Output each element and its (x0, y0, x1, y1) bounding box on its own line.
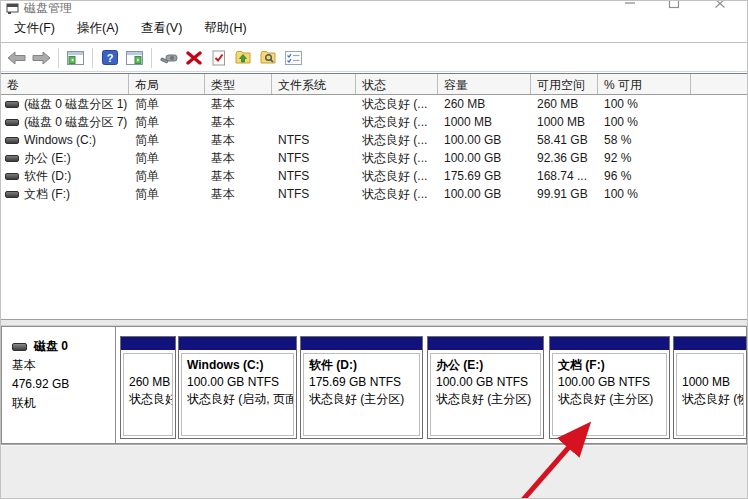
volume-layout: 简单 (129, 132, 205, 149)
table-row[interactable]: 办公 (E:) 简单 基本 NTFS 状态良好 (... 100.00 GB 9… (1, 149, 747, 167)
column-layout[interactable]: 布局 (129, 74, 205, 94)
partition-size: 1000 MB (682, 374, 738, 391)
partition-software-d[interactable]: 软件 (D:) 175.69 GB NTFS 状态良好 (主分区) (300, 336, 423, 439)
table-row[interactable]: 文档 (F:) 简单 基本 NTFS 状态良好 (... 100.00 GB 9… (1, 185, 747, 203)
volume-layout: 简单 (129, 186, 205, 203)
volume-capacity: 1000 MB (438, 115, 531, 129)
partition-title (682, 357, 738, 374)
column-fs[interactable]: 文件系统 (272, 74, 356, 94)
partition-status: 状态良好 (主分区) (436, 391, 535, 408)
delete-volume-icon[interactable] (181, 46, 206, 69)
disk-management-window: 磁盘管理 文件(F) 操作(A) 查看(V) 帮助(H) (0, 0, 748, 499)
disk-0-row: 磁盘 0 基本 476.92 GB 联机 260 MB 状态良好 Windows… (1, 326, 747, 444)
volume-pct: 96 % (598, 169, 691, 183)
folder-search-icon[interactable] (256, 46, 281, 69)
app-icon (6, 3, 19, 14)
volume-pct: 58 % (598, 133, 691, 147)
volume-fs: NTFS (272, 133, 356, 147)
partition-size: 100.00 GB NTFS (558, 374, 661, 391)
partition-size: 100.00 GB NTFS (187, 374, 288, 391)
volume-fs: NTFS (272, 169, 356, 183)
toolbar: ? (1, 44, 747, 72)
back-icon[interactable] (4, 46, 29, 69)
title-bar: 磁盘管理 (1, 1, 747, 15)
partition-status: 状态良好 (启动, 页面文件, 主分区) (187, 391, 288, 408)
volume-list: 卷 布局 类型 文件系统 状态 容量 可用空间 % 可用 (磁盘 0 磁盘分区 … (1, 73, 747, 321)
column-pct[interactable]: % 可用 (598, 74, 691, 94)
volume-fs: NTFS (272, 151, 356, 165)
partition-recovery[interactable]: 1000 MB 状态良好 (恢复分区) (673, 336, 747, 439)
volume-capacity: 100.00 GB (438, 133, 531, 147)
partition-efi[interactable]: 260 MB 状态良好 (120, 336, 176, 439)
volume-layout: 简单 (129, 96, 205, 113)
volume-pct: 92 % (598, 151, 691, 165)
volume-name: Windows (C:) (24, 133, 96, 147)
volume-status: 状态良好 (... (356, 150, 438, 167)
volume-layout: 简单 (129, 114, 205, 131)
volume-type: 基本 (205, 186, 272, 203)
toolbar-separator (92, 48, 93, 68)
volume-type: 基本 (205, 150, 272, 167)
volume-icon (5, 137, 19, 144)
volume-type: 基本 (205, 96, 272, 113)
minimize-button[interactable] (615, 0, 645, 14)
volume-pct: 100 % (598, 187, 691, 201)
column-status[interactable]: 状态 (356, 74, 438, 94)
partition-status: 状态良好 (129, 391, 167, 408)
volume-type: 基本 (205, 132, 272, 149)
volume-pct: 100 % (598, 97, 691, 111)
check-doc-icon[interactable] (206, 46, 231, 69)
volume-name: 软件 (D:) (24, 168, 71, 185)
volume-free: 92.36 GB (531, 151, 598, 165)
column-filler (691, 74, 747, 94)
forward-icon[interactable] (29, 46, 54, 69)
partition-color-bar (674, 337, 746, 350)
volume-icon (5, 155, 19, 162)
close-button[interactable] (705, 0, 735, 14)
volume-status: 状态良好 (... (356, 96, 438, 113)
table-row[interactable]: (磁盘 0 磁盘分区 7) 简单 基本 状态良好 (... 1000 MB 10… (1, 113, 747, 131)
partition-status: 状态良好 (主分区) (558, 391, 661, 408)
toolbar-separator (151, 48, 152, 68)
menu-help[interactable]: 帮助(H) (193, 16, 257, 41)
disk-0-header[interactable]: 磁盘 0 基本 476.92 GB 联机 (2, 327, 116, 443)
volume-icon (5, 191, 19, 198)
volume-icon (5, 101, 19, 108)
partition-color-bar (121, 337, 175, 350)
partition-title (129, 357, 167, 374)
partition-docs-f[interactable]: 文档 (F:) 100.00 GB NTFS 状态良好 (主分区) (549, 336, 670, 439)
console-background (1, 444, 747, 498)
volume-capacity: 260 MB (438, 97, 531, 111)
menu-view[interactable]: 查看(V) (130, 16, 194, 41)
menu-action[interactable]: 操作(A) (66, 16, 130, 41)
disk-0-graphic: 260 MB 状态良好 Windows (C:) 100.00 GB NTFS … (117, 327, 746, 443)
folder-up-icon[interactable] (231, 46, 256, 69)
table-row[interactable]: 软件 (D:) 简单 基本 NTFS 状态良好 (... 175.69 GB 1… (1, 167, 747, 185)
disk-icon (12, 343, 27, 351)
volume-icon (5, 173, 19, 180)
table-row[interactable]: (磁盘 0 磁盘分区 1) 简单 基本 状态良好 (... 260 MB 260… (1, 95, 747, 113)
window-controls (607, 0, 747, 14)
column-free[interactable]: 可用空间 (531, 74, 598, 94)
maximize-button[interactable] (659, 0, 689, 14)
volume-type: 基本 (205, 168, 272, 185)
table-row[interactable]: Windows (C:) 简单 基本 NTFS 状态良好 (... 100.00… (1, 131, 747, 149)
pane-splitter[interactable] (1, 319, 747, 326)
help-icon[interactable]: ? (97, 46, 122, 69)
show-action-pane-icon[interactable] (122, 46, 147, 69)
column-volume[interactable]: 卷 (1, 74, 129, 94)
column-capacity[interactable]: 容量 (438, 74, 531, 94)
partition-title: 文档 (F:) (558, 357, 661, 374)
svg-text:?: ? (106, 52, 113, 64)
column-type[interactable]: 类型 (205, 74, 272, 94)
volume-status: 状态良好 (... (356, 186, 438, 203)
show-tree-icon[interactable] (63, 46, 88, 69)
partition-windows-c[interactable]: Windows (C:) 100.00 GB NTFS 状态良好 (启动, 页面… (178, 336, 297, 439)
menu-file[interactable]: 文件(F) (3, 16, 66, 41)
partition-color-bar (179, 337, 296, 350)
volume-icon (5, 119, 19, 126)
volume-capacity: 175.69 GB (438, 169, 531, 183)
tool-icon[interactable] (156, 46, 181, 69)
checklist-icon[interactable] (281, 46, 306, 69)
partition-office-e[interactable]: 办公 (E:) 100.00 GB NTFS 状态良好 (主分区) (427, 336, 544, 439)
